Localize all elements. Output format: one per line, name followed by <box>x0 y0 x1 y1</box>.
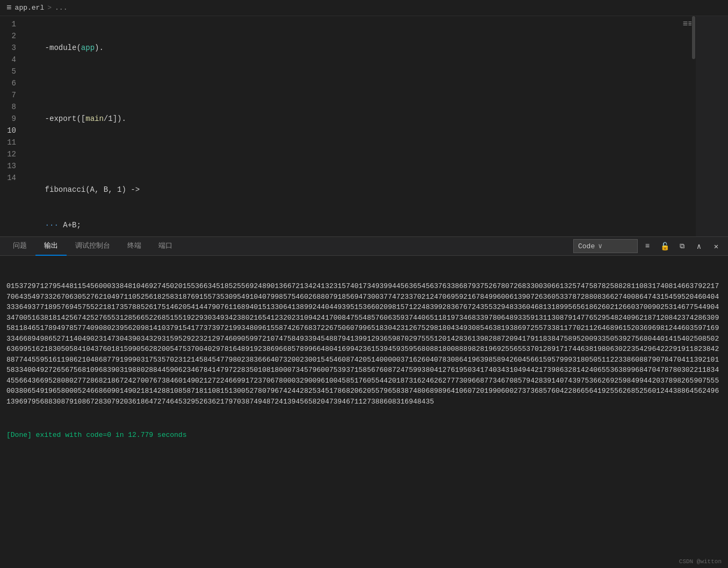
watermark: CSDN @witton <box>679 557 722 566</box>
breadcrumb-bar: ≡ app.erl > ... <box>0 0 728 16</box>
tab-debug-label: 调试控制台 <box>75 241 110 250</box>
output-select[interactable]: Code ∨ <box>573 239 638 253</box>
done-line: [Done] exited with code=0 in 12.779 seco… <box>6 430 722 441</box>
output-content[interactable]: 0153729712795448115456000338481046927450… <box>0 256 728 568</box>
vertical-scrollbar[interactable] <box>691 16 696 236</box>
tab-terminal[interactable]: 终端 <box>119 237 150 256</box>
tab-ports[interactable]: 端口 <box>150 237 181 256</box>
chevron-up-icon: ∧ <box>697 242 701 251</box>
tab-problems[interactable]: 问题 <box>4 237 35 256</box>
tab-output[interactable]: 输出 <box>35 237 67 256</box>
list-icon-btn[interactable]: ≡ <box>640 239 655 254</box>
close-panel-btn[interactable]: ✕ <box>709 239 724 254</box>
panel-tabs: 问题 输出 调试控制台 终端 端口 Code ∨ ≡ 🔓 ⧉ <box>0 237 728 256</box>
breadcrumb-rest: ... <box>55 4 67 12</box>
tab-output-label: 输出 <box>44 241 58 250</box>
panel-area: 问题 输出 调试控制台 终端 端口 Code ∨ ≡ 🔓 ⧉ <box>0 236 728 568</box>
minimap <box>696 16 728 236</box>
line-numbers: 1 2 3 4 5 6 7 8 9 10 11 12 13 14 <box>0 18 27 236</box>
tab-terminal-label: 终端 <box>127 241 141 250</box>
close-icon: ✕ <box>714 242 718 251</box>
editor-area: 1 2 3 4 5 6 7 8 9 10 11 12 13 14 -module… <box>0 16 728 236</box>
tab-problems-label: 问题 <box>13 241 27 250</box>
breadcrumb-separator: > <box>47 4 52 12</box>
code-lines[interactable]: -module(app). -export([main/1]). fibonac… <box>27 18 728 236</box>
output-text: 0153729712795448115456000338481046927450… <box>6 281 722 407</box>
collapse-icon-btn[interactable]: ∧ <box>691 239 707 254</box>
menu-icon: ≡ <box>6 3 12 13</box>
output-select-value: Code <box>578 242 595 250</box>
copy-icon: ⧉ <box>680 242 684 250</box>
lock-icon-btn[interactable]: 🔓 <box>657 239 672 254</box>
copy-icon-btn[interactable]: ⧉ <box>674 239 689 254</box>
list-icon: ≡ <box>645 242 650 250</box>
panel-controls: Code ∨ ≡ 🔓 ⧉ ∧ ✕ <box>573 239 724 254</box>
breadcrumb-file[interactable]: app.erl <box>15 4 45 12</box>
lock-icon: 🔓 <box>660 242 669 251</box>
tab-debug[interactable]: 调试控制台 <box>67 237 119 256</box>
tab-ports-label: 端口 <box>158 241 172 250</box>
chevron-down-icon: ∨ <box>598 242 602 250</box>
